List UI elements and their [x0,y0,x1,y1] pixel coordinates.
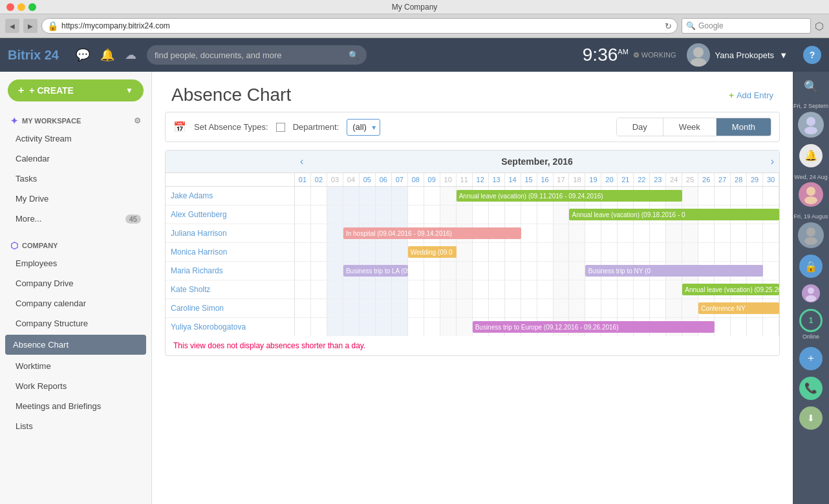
day-num-23: 23 [650,173,666,186]
sidebar: + + CREATE ▼ ✦ MY WORKSPACE ⚙ Activity S… [0,72,152,504]
person-name-6[interactable]: Caroline Simon [166,299,295,317]
browser-search-bar[interactable]: 🔍 Google [682,18,811,34]
rp-date-2: Wed, 24 Aug [794,174,827,182]
person-name-3[interactable]: Monica Harrison [166,243,295,261]
svg-point-1 [691,58,706,67]
sidebar-item-company-structure[interactable]: Company Structure [0,313,151,333]
sidebar-item-calendar[interactable]: Calendar [0,149,151,169]
day-num-05: 05 [360,173,376,186]
back-button[interactable]: ◀ [5,19,19,33]
user-menu[interactable]: Yana Prokopets ▼ [687,43,788,67]
department-label: Department: [293,122,339,132]
absence-bar[interactable]: Business trip to LA (09.04 [343,265,408,277]
cloud-icon[interactable]: ☁ [125,48,136,62]
sidebar-item-company-calendar[interactable]: Company calendar [0,293,151,313]
tab-month[interactable]: Month [716,118,771,136]
svg-point-2 [806,117,815,126]
person-name-1[interactable]: Alex Guttenberg [166,205,295,224]
sidebar-item-my-drive[interactable]: My Drive [0,189,151,209]
rp-add-button[interactable]: ＋ [799,347,823,370]
rp-avatar-1[interactable] [798,112,824,138]
sidebar-item-work-reports[interactable]: Work Reports [0,376,151,396]
chat-icon[interactable]: 💬 [76,48,90,62]
person-name-4[interactable]: Maria Richards [166,262,295,280]
month-title: September, 2016 [308,156,765,167]
sidebar-item-more[interactable]: More... 45 [0,209,151,229]
day-num-27: 27 [715,173,731,186]
sidebar-item-meetings[interactable]: Meetings and Briefings [0,396,151,416]
day-num-21: 21 [618,173,634,186]
view-tabs: Day Week Month [616,118,771,136]
lock-icon[interactable]: 🔒 [799,255,823,278]
reload-button[interactable]: ↻ [665,21,672,31]
person-name-5[interactable]: Kate Sholtz [166,280,295,299]
workspace-settings-icon[interactable]: ⚙ [134,116,141,125]
day-num-04: 04 [343,173,360,186]
maximize-dot[interactable] [28,3,36,11]
notifications-icon[interactable]: 🔔 [799,144,823,167]
day-num-25: 25 [682,173,698,186]
day-num-14: 14 [505,173,521,186]
sidebar-item-tasks[interactable]: Tasks [0,169,151,189]
next-month-button[interactable]: › [766,154,779,169]
department-select[interactable]: (all) [347,119,380,136]
day-num-10: 10 [440,173,457,186]
add-entry-link[interactable]: + Add Entry [729,90,773,100]
prev-month-button[interactable]: ‹ [295,154,308,169]
sidebar-item-employees[interactable]: Employees [0,253,151,273]
app-header: Bitrix 24 💬 🔔 ☁ find people, documents, … [0,38,829,72]
rp-avatar-2[interactable] [799,182,823,207]
rp-date-3: Fri, 19 Augus [793,213,828,221]
rp-online: 1 Online [799,309,823,341]
sidebar-item-company-drive[interactable]: Company Drive [0,273,151,293]
absence-bar[interactable]: Conference NY [698,302,779,314]
department-select-wrap[interactable]: (all) [347,119,380,136]
person-name-7[interactable]: Yuliya Skorobogatova [166,318,295,336]
sidebar-item-absence-chart[interactable]: Absence Chart [5,335,146,355]
absence-bar[interactable]: Business trip to Europe (09.12.2016 - 09… [473,321,715,333]
bell-icon[interactable]: 🔔 [100,48,114,62]
create-button[interactable]: + + CREATE ▼ [8,79,144,101]
absence-bar[interactable]: Annual leave (vacation) (09.25.20 [682,284,779,295]
day-numbers-row: 0102030405060708091011121314151617181920… [295,173,779,186]
clock-display: 9:36AM [583,45,629,65]
right-panel-search-icon[interactable]: 🔍 [804,79,818,94]
absence-bar[interactable]: Business trip to NY (0 [585,265,763,277]
rp-download-icon[interactable]: ⬇ [799,406,823,430]
close-dot[interactable] [6,3,14,11]
rp-avatar-3[interactable] [798,222,824,248]
search-icon: 🔍 [686,21,696,30]
person-name-0[interactable]: Jake Adams [166,187,295,205]
absence-bar[interactable]: Annual leave (vacation) (09.18.2016 - 0 [569,209,779,220]
day-num-08: 08 [408,173,424,186]
my-workspace-section: ✦ MY WORKSPACE ⚙ [0,109,151,129]
minimize-dot[interactable] [17,3,25,11]
forward-button[interactable]: ▶ [23,19,38,33]
absence-types-checkbox[interactable] [276,123,285,132]
calendar-row-2: Juliana HarrisonIn hospital (09.04.2016 … [166,224,779,243]
absence-bar[interactable]: In hospital (09.04.2016 - 09.14.2016) [343,227,521,239]
day-num-20: 20 [601,173,618,186]
url-bar[interactable]: 🔒 https://mycompany.bitrix24.com ↻ [41,18,678,34]
cal-cells-3: Wedding (09.0 [295,243,779,261]
tab-day[interactable]: Day [617,118,663,136]
url-text: https://mycompany.bitrix24.com [61,21,170,30]
person-name-2[interactable]: Juliana Harrison [166,224,295,242]
rp-phone-icon[interactable]: 📞 [799,377,823,400]
svg-point-3 [804,127,817,134]
online-icon[interactable]: 1 [799,309,823,332]
extensions-icon: ⬡ [815,20,824,32]
absence-bar[interactable]: Annual leave (vacation) (09.11.2016 - 09… [457,190,683,202]
rp-avatar-small[interactable] [802,284,820,302]
workspace-icon: ✦ [10,116,18,126]
tab-week[interactable]: Week [663,118,716,136]
help-button[interactable]: ? [803,46,821,64]
chart-toolbar: 📅 Set Absence Types: Department: (all) D… [165,112,780,142]
cal-cells-1: Annual leave (vacation) (09.18.2016 - 0 [295,205,779,224]
global-search-bar[interactable]: find people, documents, and more 🔍 [147,45,367,65]
sidebar-item-lists[interactable]: Lists [0,416,151,436]
sidebar-item-activity-stream[interactable]: Activity Stream [0,129,151,149]
sidebar-item-worktime[interactable]: Worktime [0,356,151,376]
online-label: Online [802,333,819,341]
absence-bar[interactable]: Wedding (09.0 [408,246,457,258]
